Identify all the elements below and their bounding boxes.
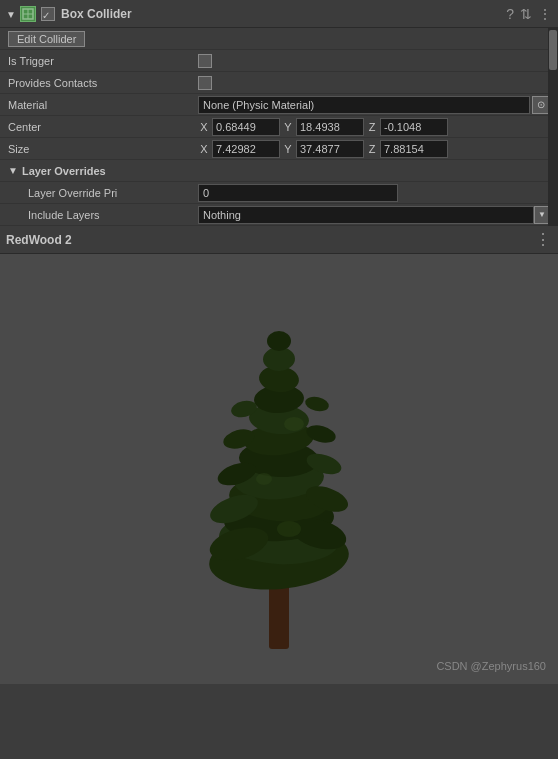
svg-point-16 bbox=[267, 331, 291, 351]
size-xyz: X Y Z bbox=[198, 140, 550, 158]
is-trigger-checkbox[interactable] bbox=[198, 54, 212, 68]
svg-point-29 bbox=[277, 521, 301, 537]
size-y-input[interactable] bbox=[296, 140, 364, 158]
component-icon bbox=[20, 6, 36, 22]
layer-override-priority-label: Layer Override Pri bbox=[8, 187, 198, 199]
is-trigger-row: Is Trigger bbox=[0, 50, 558, 72]
is-trigger-label: Is Trigger bbox=[8, 55, 198, 67]
presets-icon[interactable]: ⇅ bbox=[520, 6, 532, 22]
edit-collider-row: Edit Collider bbox=[0, 28, 558, 50]
component-enabled-checkbox[interactable]: ✓ bbox=[41, 7, 55, 21]
svg-point-28 bbox=[256, 473, 272, 485]
provides-contacts-label: Provides Contacts bbox=[8, 77, 198, 89]
include-layers-dropdown: Nothing ▼ bbox=[198, 206, 550, 224]
redwood-more-options-button[interactable]: ⋮ bbox=[534, 231, 552, 249]
is-trigger-value bbox=[198, 54, 550, 68]
center-x-label: X bbox=[198, 121, 210, 133]
watermark: CSDN @Zephyrus160 bbox=[436, 660, 546, 672]
svg-point-26 bbox=[304, 395, 330, 414]
svg-point-27 bbox=[284, 417, 304, 431]
provides-contacts-row: Provides Contacts bbox=[0, 72, 558, 94]
layer-overrides-collapse-icon: ▼ bbox=[8, 165, 18, 176]
properties-panel: Edit Collider Is Trigger Provides Contac… bbox=[0, 28, 558, 226]
layer-overrides-section-header[interactable]: ▼ Layer Overrides bbox=[0, 160, 558, 182]
layer-overrides-title: Layer Overrides bbox=[22, 165, 106, 177]
size-row: Size X Y Z bbox=[0, 138, 558, 160]
more-options-icon[interactable]: ⋮ bbox=[538, 6, 552, 22]
center-xyz: X Y Z bbox=[198, 118, 550, 136]
help-icon[interactable]: ? bbox=[506, 6, 514, 22]
size-x-label: X bbox=[198, 143, 210, 155]
redwood-title: RedWood 2 bbox=[6, 233, 534, 247]
layer-override-priority-input[interactable] bbox=[198, 184, 398, 202]
center-y-input[interactable] bbox=[296, 118, 364, 136]
size-label: Size bbox=[8, 143, 198, 155]
center-z-label: Z bbox=[366, 121, 378, 133]
header-icons: ? ⇅ ⋮ bbox=[506, 6, 552, 22]
material-row: Material None (Physic Material) ⊙ bbox=[0, 94, 558, 116]
center-y-label: Y bbox=[282, 121, 294, 133]
provides-contacts-value bbox=[198, 76, 550, 90]
checkbox-check-icon: ✓ bbox=[42, 10, 50, 21]
center-label: Center bbox=[8, 121, 198, 133]
material-value[interactable]: None (Physic Material) bbox=[198, 96, 530, 114]
tree-visualization bbox=[179, 279, 379, 659]
size-z-label: Z bbox=[366, 143, 378, 155]
center-row: Center X Y Z bbox=[0, 116, 558, 138]
collapse-arrow-icon[interactable]: ▼ bbox=[6, 9, 16, 19]
provides-contacts-checkbox[interactable] bbox=[198, 76, 212, 90]
material-label: Material bbox=[8, 99, 198, 111]
material-field: None (Physic Material) ⊙ bbox=[198, 96, 550, 114]
center-x-input[interactable] bbox=[212, 118, 280, 136]
include-layers-row: Include Layers Nothing ▼ ▶ bbox=[0, 204, 558, 226]
center-z-input[interactable] bbox=[380, 118, 448, 136]
size-z-input[interactable] bbox=[380, 140, 448, 158]
layer-override-priority-value bbox=[198, 184, 550, 202]
size-y-label: Y bbox=[282, 143, 294, 155]
edit-collider-button[interactable]: Edit Collider bbox=[8, 31, 85, 47]
panel-title: Box Collider bbox=[61, 7, 506, 21]
box-collider-header: ▼ ✓ Box Collider ? ⇅ ⋮ bbox=[0, 0, 558, 28]
scroll-thumb bbox=[549, 30, 557, 70]
include-layers-label: Include Layers bbox=[8, 209, 198, 221]
include-layers-value[interactable]: Nothing bbox=[198, 206, 534, 224]
size-x-input[interactable] bbox=[212, 140, 280, 158]
layer-override-priority-row: Layer Override Pri bbox=[0, 182, 558, 204]
tree-preview-area: CSDN @Zephyrus160 bbox=[0, 254, 558, 684]
redwood-component-header: RedWood 2 ⋮ bbox=[0, 226, 558, 254]
